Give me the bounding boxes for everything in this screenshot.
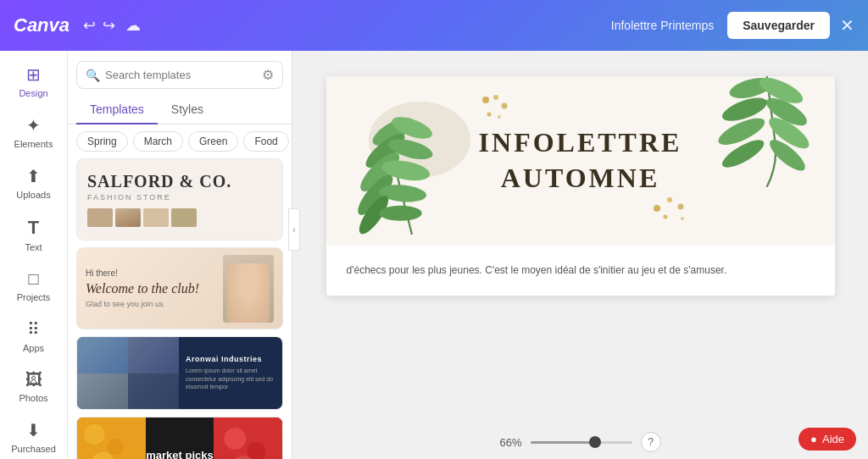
market-label: market picks — [146, 449, 214, 459]
market-col-fruit2 — [214, 418, 282, 459]
aide-button[interactable]: ● Aide — [798, 428, 856, 451]
svg-point-36 — [663, 215, 667, 219]
tab-styles[interactable]: Styles — [158, 96, 217, 124]
canvas-dots-top — [479, 93, 513, 130]
svg-point-32 — [498, 115, 501, 119]
canvas-title-line1: INFOLETTRE — [479, 127, 682, 158]
purchased-icon: ⬇ — [26, 420, 41, 440]
aide-label: Aide — [822, 433, 844, 445]
welcome-image — [223, 255, 274, 323]
help-button[interactable]: ? — [641, 432, 661, 452]
svg-point-35 — [677, 204, 683, 210]
search-bar: 🔍 ⚙ — [76, 61, 283, 89]
sidebar-item-label: Text — [25, 242, 42, 252]
svg-point-6 — [225, 428, 247, 450]
canvas-leaf-left — [343, 102, 496, 246]
industries-content: Aronwai Industries Lorem ipsum dolor sit… — [179, 337, 282, 409]
chip-march[interactable]: March — [133, 131, 183, 152]
svg-point-2 — [107, 439, 124, 456]
design-icon: ⊞ — [26, 64, 41, 85]
template-card-industries[interactable]: Aronwai Industries Lorem ipsum dolor sit… — [76, 336, 283, 410]
svg-point-31 — [487, 113, 491, 117]
sidebar: ⊞ Design ✦ Elements ⬆ Uploads T Text □ P… — [0, 51, 68, 459]
undo-button[interactable]: ↩ — [83, 16, 96, 35]
chip-spring[interactable]: Spring — [76, 131, 128, 152]
sidebar-item-text[interactable]: T Text — [3, 210, 64, 259]
welcome-hi: Hi there! — [86, 268, 223, 278]
sidebar-item-label: Apps — [23, 343, 44, 353]
text-icon: T — [28, 217, 39, 239]
zoom-level: 66% — [499, 436, 521, 449]
sidebar-item-uploads[interactable]: ⬆ Uploads — [3, 159, 64, 207]
canvas-leaf-right — [699, 76, 826, 195]
welcome-sub: Glad to see you join us. — [86, 300, 223, 308]
sidebar-item-label: Elements — [14, 139, 53, 149]
svg-point-29 — [493, 95, 498, 100]
sidebar-item-apps[interactable]: ⠿ Apps — [3, 312, 64, 360]
canvas-body-text: d'échecs pour les plus jeunes. C'est le … — [347, 263, 815, 279]
market-col-fruit1 — [77, 418, 146, 459]
template-card-welcome[interactable]: Hi there! Welcome to the club! Glad to s… — [76, 247, 283, 329]
canvas-title-line2: AUTOMNE — [501, 163, 660, 193]
canvas-background[interactable]: INFOLETTRE AUTOMNE d'échecs pour les plu… — [292, 51, 868, 425]
chip-food[interactable]: Food — [243, 131, 288, 152]
save-button[interactable]: Sauvegarder — [727, 12, 830, 39]
canvas-document: INFOLETTRE AUTOMNE d'échecs pour les plu… — [326, 76, 835, 296]
tab-templates[interactable]: Templates — [76, 96, 158, 124]
sidebar-item-label: Photos — [19, 393, 47, 403]
projects-icon: □ — [28, 269, 38, 289]
canvas-area: INFOLETTRE AUTOMNE d'échecs pour les plu… — [292, 51, 868, 459]
template-card-salford[interactable]: SALFORD & CO. FASHION STORE — [76, 158, 283, 241]
market-col-label: market picks — [146, 418, 214, 459]
salford-sub: FASHION STORE — [87, 193, 272, 202]
salford-photos — [87, 208, 272, 227]
svg-point-33 — [654, 205, 660, 212]
svg-point-19 — [379, 206, 421, 221]
document-title: Infolettre Printemps — [611, 19, 714, 32]
welcome-msg: Welcome to the club! — [86, 281, 223, 296]
zoom-slider[interactable] — [531, 441, 632, 444]
apps-icon: ⠿ — [27, 319, 40, 340]
sidebar-item-label: Projects — [17, 292, 51, 302]
salford-title: SALFORD & CO. — [87, 172, 272, 191]
redo-button[interactable]: ↪ — [103, 16, 115, 35]
sidebar-item-elements[interactable]: ✦ Elements — [3, 108, 64, 156]
chip-green[interactable]: Green — [188, 131, 238, 152]
elements-icon: ✦ — [26, 115, 41, 135]
svg-point-34 — [667, 197, 672, 202]
filter-chips: Spring March Green Food Easte› — [68, 131, 292, 158]
svg-point-37 — [681, 217, 684, 220]
templates-panel: 🔍 ⚙ Templates Styles Spring March Green … — [68, 51, 292, 459]
canvas-dots-bottom — [648, 191, 691, 229]
canvas-title: INFOLETTRE AUTOMNE — [479, 125, 682, 196]
photos-icon: 🖼 — [25, 370, 42, 390]
sidebar-item-label: Purchased — [11, 444, 56, 454]
template-card-market[interactable]: market picks — [76, 417, 283, 459]
close-button[interactable]: ✕ — [840, 15, 854, 36]
sidebar-item-label: Design — [19, 88, 47, 98]
panel-tabs: Templates Styles — [68, 96, 292, 124]
welcome-person — [227, 263, 270, 323]
industries-photos — [77, 337, 179, 409]
canvas-body: d'échecs pour les plus jeunes. C'est le … — [326, 246, 835, 296]
canva-logo: Canva — [14, 14, 70, 36]
topbar: Canva ↩ ↪ ☁ Infolettre Printemps Sauvega… — [0, 0, 868, 51]
industries-text: Lorem ipsum dolor sit amet consectetur a… — [186, 367, 275, 391]
canvas-header: INFOLETTRE AUTOMNE — [326, 76, 835, 246]
search-icon: 🔍 — [86, 69, 100, 82]
search-input[interactable] — [105, 69, 257, 81]
templates-list: SALFORD & CO. FASHION STORE Hi there! We… — [68, 158, 292, 459]
panel-collapse-handle[interactable]: ‹ — [288, 208, 300, 251]
sidebar-item-design[interactable]: ⊞ Design — [3, 58, 64, 105]
welcome-text: Hi there! Welcome to the club! Glad to s… — [86, 268, 223, 308]
sidebar-item-projects[interactable]: □ Projects — [3, 263, 64, 309]
upload-icon: ⬆ — [26, 166, 41, 186]
filter-icon[interactable]: ⚙ — [262, 67, 274, 83]
zoom-bar: 66% ? — [292, 425, 868, 459]
cloud-save-button[interactable]: ☁ — [125, 16, 141, 35]
sidebar-item-photos[interactable]: 🖼 Photos — [3, 363, 64, 410]
svg-point-28 — [482, 97, 489, 103]
sidebar-item-purchased[interactable]: ⬇ Purchased — [3, 413, 64, 459]
undo-redo-group: ↩ ↪ ☁ — [83, 16, 141, 35]
aide-icon: ● — [810, 433, 817, 445]
